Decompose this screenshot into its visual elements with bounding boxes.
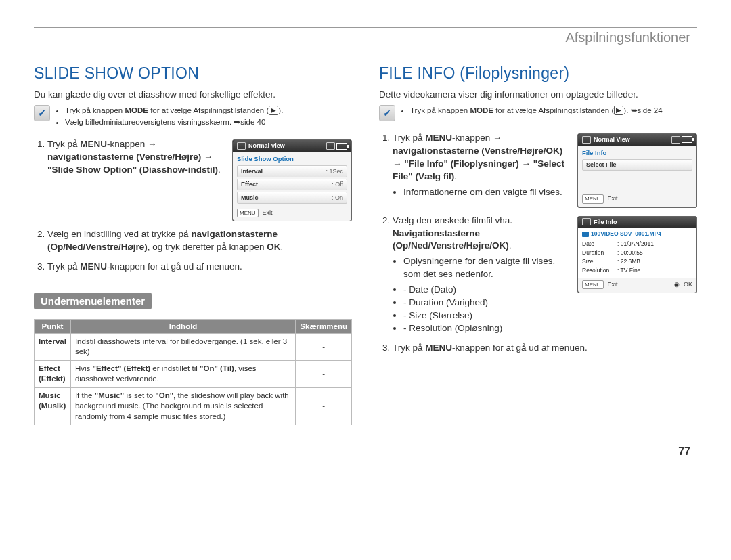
info-row: ResolutionTV Fine [582, 267, 692, 275]
right-heading: FILE INFO (Filoplysninger) [379, 64, 697, 83]
right-column: FILE INFO (Filoplysninger) Dette videoka… [379, 64, 697, 425]
play-mode-icon: ▶ [269, 106, 278, 115]
submenu-table: Punkt Indhold Skærmmenu Interval Indstil… [34, 319, 352, 426]
left-intro: Du kan glæde dig over et diasshow med fo… [34, 89, 352, 100]
info-row: Size22.6MB [582, 258, 692, 266]
precond-item: Vælg billedminiatureoversigtens visnings… [65, 116, 283, 128]
right-preconditions: ✓ Tryk på knappen MODE for at vælge Afsp… [379, 105, 697, 121]
list-item: Resolution (Opløsning) [403, 322, 569, 335]
left-steps: Tryk på MENU-knappen → navigationstaster… [34, 138, 352, 274]
right-steps: Tryk på MENU-knappen → navigationstaster… [379, 132, 697, 355]
ok-icon: ◉ [674, 280, 680, 289]
lcd-row: Interval: 1Sec [237, 165, 347, 177]
section-title: Afspilningsfunktioner [565, 30, 697, 45]
battery-icon [682, 136, 692, 143]
manual-page: Afspilningsfunktioner SLIDE SHOW OPTION … [34, 27, 697, 458]
table-row: Music(Musik) If the "Music" is set to "O… [35, 387, 352, 425]
step-bullet: Oplysningerne for den valgte fil vises, … [403, 255, 569, 281]
section-header: Afspilningsfunktioner [34, 27, 697, 47]
col-header: Punkt [35, 319, 71, 333]
lcd-row: Music: On [237, 192, 347, 204]
video-icon [582, 136, 591, 144]
dash-list: Date (Dato) Duration (Varighed) Size (St… [393, 284, 569, 335]
battery-icon [336, 143, 347, 150]
precond-list: Tryk på knappen MODE for at vælge Afspil… [56, 105, 283, 127]
left-heading: SLIDE SHOW OPTION [34, 64, 352, 83]
step-bullet: Informationerne om den valgte fil vises. [403, 186, 569, 199]
info-row: Date01/JAN/2011 [582, 240, 692, 249]
page-number: 77 [34, 446, 697, 458]
photo-icon [237, 142, 246, 150]
menu-key-icon: MENU [237, 209, 259, 217]
precond-list: Tryk på knappen MODE for at vælge Afspil… [401, 105, 663, 121]
step-2: Vælg en indstilling ved at trykke på nav… [47, 228, 352, 254]
lcd-row: Select File [582, 159, 692, 171]
lcd-menu-title: Slide Show Option [237, 154, 347, 163]
table-row: Interval Indstil diasshowets interval fo… [35, 333, 352, 360]
lcd-row: Effect: Off [237, 179, 347, 191]
card-icon [671, 136, 680, 144]
list-item: Duration (Varighed) [403, 297, 569, 309]
col-header: Skærmmenu [296, 319, 352, 333]
list-item: Size (Størrelse) [403, 309, 569, 322]
table-row: Effect(Effekt) Hvis "Effect" (Effekt) er… [35, 360, 352, 387]
step-2: Vælg den ønskede filmfil vha. Navigation… [393, 215, 697, 335]
folder-icon [582, 232, 589, 237]
check-icon: ✓ [379, 105, 395, 121]
lcd-screenshot-fileinfo-detail: File Info 100VIDEO SDV_0001.MP4 Date01/J… [577, 216, 697, 293]
card-icon [326, 142, 335, 150]
menu-key-icon: MENU [582, 280, 604, 289]
play-mode-icon: ▶ [614, 106, 623, 115]
left-preconditions: ✓ Tryk på knappen MODE for at vælge Afsp… [34, 105, 352, 127]
lcd-screenshot-fileinfo-menu: Normal View File Info Select File MENUEx… [577, 133, 697, 208]
lcd-menu-title: File Info [582, 148, 692, 157]
col-header: Indhold [70, 319, 295, 333]
left-column: SLIDE SHOW OPTION Du kan glæde dig over … [34, 64, 352, 425]
info-row: Duration00:00:55 [582, 249, 692, 257]
step-1: Tryk på MENU-knappen → navigationstaster… [393, 132, 697, 208]
list-item: Date (Dato) [403, 284, 569, 297]
step-3: Tryk på MENU-knappen for at gå ud af men… [393, 342, 697, 355]
video-icon [582, 218, 591, 225]
lcd-screenshot-slideshow: Normal View Slide Show Option Interval: … [232, 139, 352, 221]
two-column-layout: SLIDE SHOW OPTION Du kan glæde dig over … [34, 64, 697, 425]
precond-item: Tryk på knappen MODE for at vælge Afspil… [65, 105, 283, 116]
right-intro: Dette videokamera viser dig informatione… [379, 89, 697, 100]
submenu-heading: Undermenuelementer [34, 293, 152, 309]
step-1: Tryk på MENU-knappen → navigationstaster… [47, 138, 352, 221]
menu-key-icon: MENU [582, 194, 604, 203]
precond-item: Tryk på knappen MODE for at vælge Afspil… [410, 105, 663, 116]
file-path: 100VIDEO SDV_0001.MP4 [582, 230, 692, 238]
check-icon: ✓ [34, 105, 50, 121]
step-3: Tryk på MENU-knappen for at gå ud af men… [47, 261, 352, 274]
